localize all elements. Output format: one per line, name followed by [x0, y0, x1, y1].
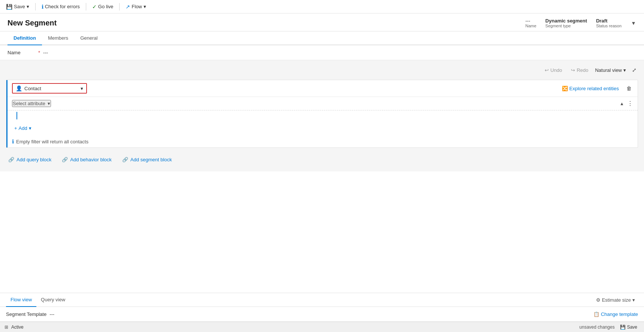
redo-icon: ↪: [571, 67, 575, 73]
cursor-container: [7, 112, 638, 119]
add-btn-row: + Add ▾: [7, 121, 638, 135]
redo-button[interactable]: ↪ Redo: [569, 66, 590, 74]
tab-members[interactable]: Members: [42, 31, 74, 45]
query-block-actions: 🔀 Explore related entities 🗑: [559, 84, 633, 93]
add-segment-icon: 🔗: [122, 157, 128, 162]
add-segment-label: Add segment block: [130, 157, 172, 162]
unsaved-changes-text: unsaved changes: [580, 325, 615, 330]
meta-segment-type-value: Dynamic segment: [545, 18, 587, 24]
status-save-label: Save: [627, 325, 637, 330]
contact-label: Contact: [24, 86, 41, 91]
empty-filter-text: Empty filter will return all contacts: [16, 139, 88, 144]
view-label: Natural view: [595, 67, 622, 73]
meta-segment-type: Dynamic segment Segment type: [545, 18, 587, 28]
page-title: New Segment: [7, 19, 57, 27]
bottom-tabs: Flow view Query view ⚙ Estimate size ▾: [0, 293, 644, 307]
name-field-value[interactable]: ---: [43, 50, 48, 55]
status-save-button[interactable]: 💾 Save: [618, 324, 640, 331]
go-live-button[interactable]: ✓ Go live: [89, 2, 116, 11]
status-bar: ⊞ Active unsaved changes 💾 Save: [0, 322, 644, 332]
view-dropdown-icon: ▾: [623, 67, 626, 73]
view-selector-button[interactable]: Natural view ▾: [595, 67, 626, 73]
builder-toolbar: ↩ Undo ↪ Redo Natural view ▾ ⤢: [0, 63, 644, 77]
status-active-text: Active: [11, 325, 24, 330]
main-area: New Segment --- Name Dynamic segment Seg…: [0, 13, 644, 322]
change-template-icon: 📋: [593, 311, 599, 317]
more-options-button[interactable]: ⋮: [627, 100, 633, 107]
toolbar: 💾 Save ▾ ℹ Check for errors ✓ Go live ↗ …: [0, 0, 644, 13]
explore-icon: 🔀: [562, 86, 568, 91]
flow-icon: ↗: [126, 4, 130, 10]
change-template-button[interactable]: 📋 Change template: [593, 311, 638, 317]
info-icon: ℹ: [12, 138, 14, 144]
bottom-panel: Flow view Query view ⚙ Estimate size ▾ S…: [0, 293, 644, 322]
collapse-attribute-button[interactable]: ▲: [620, 101, 624, 106]
add-behavior-icon: 🔗: [62, 157, 68, 162]
estimate-size-button[interactable]: ⚙ Estimate size ▾: [593, 296, 638, 304]
empty-filter-notice: ℹ Empty filter will return all contacts: [7, 135, 638, 147]
attribute-dropdown-icon: ▾: [48, 101, 50, 106]
separator-3: [119, 3, 120, 10]
check-errors-icon: ℹ: [42, 4, 43, 10]
add-condition-button[interactable]: + Add ▾: [12, 124, 34, 133]
attribute-row: Select attribute ▾ ▲ ⋮: [7, 97, 638, 110]
add-segment-block-button[interactable]: 🔗 Add segment block: [120, 155, 174, 164]
add-query-label: Add query block: [16, 157, 51, 162]
header-meta: --- Name Dynamic segment Segment type Dr…: [526, 18, 637, 28]
check-errors-button[interactable]: ℹ Check for errors: [39, 2, 83, 11]
explore-related-button[interactable]: 🔀 Explore related entities: [559, 84, 622, 93]
meta-status-reason-label: Status reason: [596, 24, 622, 28]
save-dropdown-icon[interactable]: ▾: [27, 4, 29, 9]
block-actions: 🔗 Add query block 🔗 Add behavior block 🔗…: [0, 151, 644, 168]
contact-icon: 👤: [16, 85, 22, 91]
status-left: ⊞ Active: [4, 325, 24, 330]
cursor-line: [16, 112, 17, 119]
meta-name-value: ---: [526, 18, 530, 24]
tabs-bar: Definition Members General: [0, 31, 644, 45]
change-template-label: Change template: [601, 311, 638, 317]
name-required-indicator: *: [38, 50, 40, 55]
add-dropdown-icon: ▾: [29, 125, 31, 131]
estimate-icon: ⚙: [596, 297, 601, 303]
undo-button[interactable]: ↩ Undo: [542, 66, 564, 74]
tab-definition[interactable]: Definition: [7, 31, 42, 45]
builder-area: ↩ Undo ↪ Redo Natural view ▾ ⤢: [0, 60, 644, 171]
flow-label: Flow: [132, 4, 142, 9]
bottom-tab-flow-view[interactable]: Flow view: [6, 293, 36, 307]
contact-selector-left: 👤 Contact: [16, 85, 41, 91]
go-live-label: Go live: [98, 4, 113, 9]
add-behavior-block-button[interactable]: 🔗 Add behavior block: [60, 155, 114, 164]
explore-label: Explore related entities: [569, 86, 619, 91]
attribute-selector[interactable]: Select attribute ▾: [12, 100, 51, 107]
save-button[interactable]: 💾 Save ▾: [3, 2, 32, 11]
estimate-dropdown-icon: ▾: [632, 297, 635, 303]
template-value: ---: [49, 311, 54, 317]
contact-dropdown-icon: ▾: [81, 86, 83, 91]
name-row: Name * ---: [0, 45, 644, 60]
query-block: 👤 Contact ▾ 🔀 Explore related entities: [6, 80, 638, 148]
page-header: New Segment --- Name Dynamic segment Seg…: [0, 13, 644, 31]
save-icon: 💾: [6, 4, 12, 10]
add-label: Add: [19, 125, 27, 131]
flow-button[interactable]: ↗ Flow ▾: [123, 2, 149, 11]
header-collapse-button[interactable]: ▾: [631, 18, 637, 28]
delete-block-button[interactable]: 🗑: [625, 84, 633, 93]
add-query-block-button[interactable]: 🔗 Add query block: [6, 155, 54, 164]
meta-segment-type-label: Segment type: [545, 24, 571, 28]
expand-button[interactable]: ⤢: [631, 66, 638, 74]
status-expand-icon[interactable]: ⊞: [4, 325, 8, 330]
bottom-tab-query-view[interactable]: Query view: [36, 293, 70, 307]
contact-selector[interactable]: 👤 Contact ▾: [12, 83, 87, 94]
flow-dropdown-icon[interactable]: ▾: [144, 4, 146, 9]
estimate-label: Estimate size: [602, 297, 631, 303]
undo-icon: ↩: [545, 67, 549, 73]
add-query-icon: 🔗: [8, 157, 14, 162]
template-row: Segment Template --- 📋 Change template: [0, 307, 644, 322]
query-block-inner: 👤 Contact ▾ 🔀 Explore related entities: [6, 80, 638, 147]
meta-name-label: Name: [526, 24, 536, 28]
name-field-label: Name: [7, 50, 37, 55]
template-label: Segment Template: [6, 311, 46, 317]
tab-general[interactable]: General: [74, 31, 103, 45]
content-area: Name * --- ↩ Undo ↪ Redo Natural view ▾: [0, 45, 644, 293]
add-behavior-label: Add behavior block: [70, 157, 112, 162]
